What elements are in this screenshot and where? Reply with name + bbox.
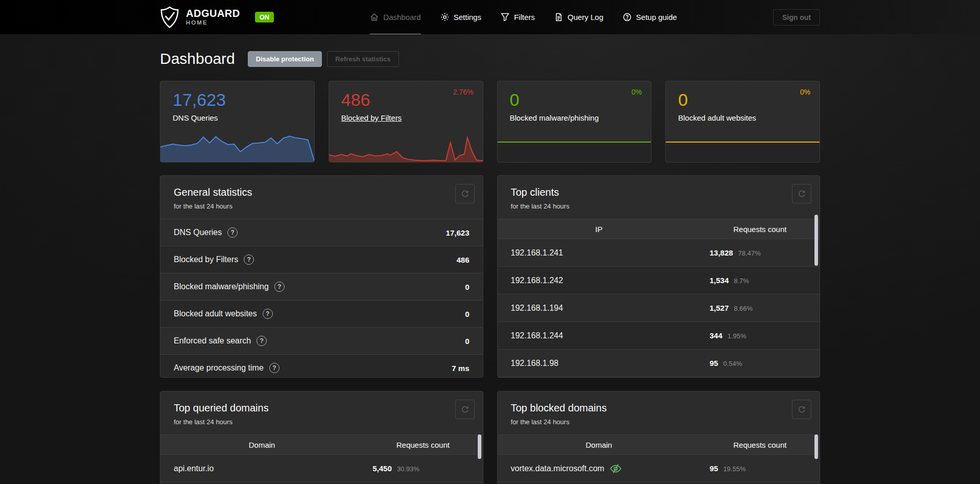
panel-refresh-button[interactable] (455, 184, 475, 203)
table-row[interactable]: 192.168.1.98 950.54% (498, 350, 820, 377)
stat-row: Average processing time? 7 ms (160, 354, 483, 378)
top-queried-domains-panel: Top queried domains for the last 24 hour… (160, 391, 483, 484)
panel-subtitle: for the last 24 hours (174, 202, 470, 210)
help-circle-icon[interactable]: ? (227, 227, 238, 238)
scrollbar-thumb[interactable] (478, 434, 481, 459)
table-header: IP Requests count (498, 219, 820, 239)
scrollbar-thumb[interactable] (814, 215, 818, 266)
nav-item-label: Setup guide (636, 13, 677, 21)
stat-card-blocked-adult: 0% 0 Blocked adult websites (665, 81, 820, 163)
stat-row-label: Enforced safe search (174, 336, 251, 345)
request-count: 1,527 (710, 304, 729, 312)
client-ip: 192.168.1.241 (498, 248, 701, 258)
panel-subtitle: for the last 24 hours (511, 418, 807, 426)
refresh-icon (461, 190, 469, 198)
stat-row: Enforced safe search? 0 (160, 327, 483, 354)
help-circle-icon[interactable]: ? (269, 363, 279, 373)
panel-refresh-button[interactable] (792, 184, 811, 203)
disable-protection-button[interactable]: Disable protection (248, 51, 322, 67)
stat-card-dns-queries: 17,623 DNS Queries (160, 81, 315, 163)
scrollbar-thumb[interactable] (814, 434, 818, 459)
stat-label: DNS Queries (173, 113, 302, 122)
stat-row-value: 486 (456, 256, 469, 264)
top-clients-table: 192.168.1.241 13,82878.47% 192.168.1.242… (498, 239, 820, 377)
nav-item-label: Dashboard (383, 13, 421, 21)
nav-item-setup-guide[interactable]: Setup guide (623, 0, 677, 34)
request-percent: 30.93% (397, 465, 419, 473)
request-percent: 8.66% (734, 305, 753, 312)
stat-row-value: 0 (465, 310, 469, 318)
nav-item-settings[interactable]: Settings (440, 0, 481, 34)
stat-row-label: Blocked malware/phishing (174, 282, 269, 291)
panel-title: Top clients (511, 187, 807, 198)
brand-name: ADGUARD (186, 8, 240, 19)
blocked-filters-sparkline (329, 133, 483, 162)
nav-item-filters[interactable]: Filters (501, 0, 535, 34)
table-row[interactable]: api.entur.io 5,45030.93% (160, 455, 483, 482)
domain-name: api.entur.io (160, 464, 363, 473)
panel-refresh-button[interactable] (455, 400, 475, 419)
refresh-statistics-button[interactable]: Refresh statistics (327, 51, 399, 67)
client-ip: 192.168.1.242 (498, 276, 701, 285)
stat-row-label: Average processing time (174, 363, 264, 373)
request-count: 13,828 (710, 248, 733, 257)
stat-row-value: 17,623 (446, 228, 470, 237)
adguard-shield-icon (160, 6, 179, 29)
panel-title: Top queried domains (174, 402, 470, 414)
column-header-domain: Domain (498, 441, 701, 449)
stat-value: 17,623 (173, 90, 302, 110)
nav-item-dashboard[interactable]: Dashboard (370, 0, 421, 34)
column-header-ip: IP (498, 225, 701, 234)
help-icon (623, 13, 632, 21)
request-count: 5,450 (372, 464, 392, 473)
blocked-by-filters-link[interactable]: Blocked by Filters (341, 113, 402, 122)
help-circle-icon[interactable]: ? (256, 336, 267, 346)
gear-icon (440, 13, 449, 21)
panel-title: Top blocked domains (511, 402, 807, 414)
stat-row-label: DNS Queries (174, 228, 222, 237)
help-circle-icon[interactable]: ? (263, 309, 273, 319)
column-header-domain: Domain (160, 441, 363, 449)
stat-value: 486 (341, 90, 471, 110)
request-percent: 19.55% (723, 465, 745, 473)
general-statistics-list: DNS Queries? 17,623 Blocked by Filters? … (160, 219, 483, 378)
nav-item-label: Settings (454, 13, 481, 21)
stat-row-value: 0 (465, 283, 469, 291)
column-header-requests: Requests count (701, 441, 820, 449)
table-row[interactable]: 192.168.1.194 1,5278.66% (498, 294, 820, 322)
table-header: Domain Requests count (498, 434, 820, 455)
top-clients-panel: Top clients for the last 24 hours IP Req… (497, 175, 821, 378)
domain-name: vortex.data.microsoft.com (511, 464, 604, 473)
table-row[interactable]: 192.168.1.244 3441.95% (498, 322, 820, 350)
stat-cards-row: 17,623 DNS Queries 2.76% 486 Blocked by … (160, 81, 820, 163)
panel-refresh-button[interactable] (792, 400, 811, 419)
eye-slash-icon (610, 464, 622, 474)
help-circle-icon[interactable]: ? (244, 255, 254, 265)
request-percent: 8.7% (734, 277, 749, 285)
refresh-icon (798, 405, 806, 413)
document-icon (554, 13, 563, 21)
table-row[interactable]: 192.168.1.242 1,5348.7% (498, 267, 820, 294)
nav-item-query-log[interactable]: Query Log (554, 0, 603, 34)
stat-row-value: 7 ms (452, 364, 469, 373)
stat-label: Blocked adult websites (678, 113, 807, 122)
table-row[interactable]: 192.168.1.241 13,82878.47% (498, 239, 820, 267)
stat-percent: 2.76% (453, 88, 474, 96)
nav-item-label: Filters (514, 13, 535, 21)
help-circle-icon[interactable]: ? (274, 282, 285, 292)
stat-card-blocked-malware: 0% 0 Blocked malware/phishing (497, 81, 652, 163)
stat-value: 0 (510, 90, 639, 110)
request-count: 95 (710, 359, 718, 367)
top-navbar: ADGUARD HOME ON Dashboard Settings Filte… (0, 0, 980, 34)
stat-label: Blocked malware/phishing (510, 113, 639, 122)
stat-row: Blocked adult websites? 0 (160, 300, 483, 327)
stat-value: 0 (678, 90, 807, 110)
dns-queries-sparkline (160, 130, 314, 162)
request-count: 1,534 (710, 276, 729, 285)
stat-row: DNS Queries? 17,623 (160, 219, 483, 246)
table-row[interactable]: vortex.data.microsoft.com 9519.55% (498, 455, 820, 482)
request-count: 95 (710, 464, 718, 473)
request-percent: 1.95% (728, 332, 746, 340)
sign-out-button[interactable]: Sign out (773, 9, 820, 26)
top-blocked-domains-panel: Top blocked domains for the last 24 hour… (497, 391, 821, 484)
